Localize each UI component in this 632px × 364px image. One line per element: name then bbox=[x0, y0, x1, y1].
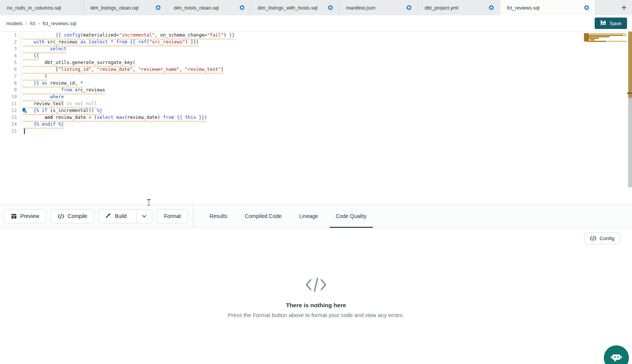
text-caret bbox=[24, 128, 25, 134]
result-panel-tabs: ResultsCompiled CodeLineageCode Quality bbox=[201, 205, 375, 228]
code-line-10[interactable]: 10 where bbox=[0, 93, 632, 100]
file-tab-no-nulls-in-columns-sql[interactable]: no_nulls_in_columns.sql bbox=[0, 0, 83, 15]
format-button[interactable]: Format bbox=[157, 209, 188, 223]
scrollbar-thumb[interactable] bbox=[628, 98, 632, 187]
editor-scrollbar[interactable] bbox=[627, 32, 632, 204]
new-tab-button[interactable]: + bbox=[616, 0, 632, 15]
code-line-1[interactable]: 1 {{ config(materialized="incremental", … bbox=[0, 32, 632, 38]
toolbar-divider bbox=[193, 205, 193, 228]
code-action-lightbulb-icon[interactable] bbox=[22, 108, 27, 114]
code-line-3[interactable]: 3 select bbox=[0, 45, 632, 52]
empty-state-subtitle: Press the Format button above to format … bbox=[0, 312, 632, 318]
line-number: 11 bbox=[0, 100, 17, 107]
line-number: 3 bbox=[0, 45, 17, 52]
file-tab-dbt-project-yml[interactable]: dbt_project.yml bbox=[418, 0, 500, 15]
build-options-chevron-down-icon[interactable] bbox=[136, 210, 152, 223]
config-button-label: Config bbox=[600, 236, 614, 241]
file-tab-bar: no_nulls_in_columns.sqldim_listings_clea… bbox=[0, 0, 632, 15]
build-button-label: Build bbox=[115, 213, 127, 219]
minimap[interactable] bbox=[584, 32, 627, 47]
code-slash-icon bbox=[304, 287, 328, 294]
code-editor[interactable]: 1 {{ config(materialized="incremental", … bbox=[0, 32, 632, 204]
file-tab-label: dim_hosts_clean.sql bbox=[174, 5, 236, 11]
code-line-11[interactable]: 11 review_text is not null bbox=[0, 100, 632, 107]
code-line-12[interactable]: 12 {% if is_incremental() %} bbox=[0, 107, 632, 114]
breadcrumb: models›fct›fct_reviews.sql bbox=[6, 20, 76, 27]
minimap-bar bbox=[624, 35, 627, 36]
file-tab-label: dim_listings_with_hosts.sql bbox=[258, 5, 324, 11]
line-number: 14 bbox=[0, 121, 17, 128]
code-icon bbox=[590, 236, 597, 241]
code-line-6[interactable]: 6 ["listing_id", "review_date", "reviewe… bbox=[0, 66, 632, 73]
tab-results[interactable]: Results bbox=[201, 205, 236, 228]
code-line-15[interactable]: 15 bbox=[0, 128, 632, 135]
editor-toolbar: PreviewCompileBuildFormat ResultsCompile… bbox=[0, 204, 632, 228]
code-line-4[interactable]: 4 {{ bbox=[0, 52, 632, 59]
modified-dot-icon bbox=[584, 5, 589, 10]
empty-state-title: There is nothing here bbox=[0, 302, 632, 309]
code-line-5[interactable]: 5 dbt_utils.generate_surrogate_key( bbox=[0, 59, 632, 66]
minimap-bar bbox=[590, 33, 626, 34]
modified-dot-icon bbox=[240, 5, 244, 10]
tab-compiled-code[interactable]: Compiled Code bbox=[236, 205, 290, 228]
line-number: 9 bbox=[0, 87, 17, 93]
build-button[interactable]: Build bbox=[99, 209, 152, 223]
tab-lineage[interactable]: Lineage bbox=[290, 205, 327, 228]
minimap-bar bbox=[587, 36, 610, 37]
file-tab-fct-reviews-sql[interactable]: fct_reviews.sql bbox=[500, 0, 595, 15]
breadcrumb-item-models[interactable]: models bbox=[6, 21, 23, 26]
code-quality-panel: Config There is nothing here Press the F… bbox=[0, 228, 632, 364]
code-line-8[interactable]: 8 }} as review_id, * bbox=[0, 80, 632, 87]
code-line-13[interactable]: 13 and review_date > (select max(review_… bbox=[0, 114, 632, 121]
tab-code-quality[interactable]: Code Quality bbox=[327, 205, 375, 228]
minimap-bar bbox=[590, 39, 595, 40]
line-number: 15 bbox=[0, 128, 17, 135]
line-number: 10 bbox=[0, 93, 17, 100]
file-tab-label: no_nulls_in_columns.sql bbox=[7, 5, 77, 11]
file-tab-dim-hosts-clean-sql[interactable]: dim_hosts_clean.sql bbox=[167, 0, 251, 15]
file-tab-manifest-json[interactable]: manifest.json bbox=[339, 0, 418, 15]
minimap-bar bbox=[608, 41, 627, 42]
mouse-text-cursor bbox=[147, 199, 151, 205]
line-number: 8 bbox=[0, 80, 17, 87]
build-main-button[interactable]: Build bbox=[99, 210, 133, 223]
breadcrumb-item-fct-reviews-sql[interactable]: fct_reviews.sql bbox=[43, 21, 77, 26]
config-button[interactable]: Config bbox=[584, 233, 620, 244]
file-tab-label: dbt_project.yml bbox=[425, 5, 485, 11]
code-line-2[interactable]: 2 with src_reviews as (select * from {{ … bbox=[0, 38, 632, 45]
line-number: 4 bbox=[0, 52, 17, 59]
save-button-label: Save bbox=[610, 21, 621, 26]
code-line-9[interactable]: 9 from src_reviews bbox=[0, 87, 632, 93]
modified-dot-icon bbox=[407, 5, 411, 10]
minimap-bar bbox=[589, 38, 599, 39]
preview-button[interactable]: Preview bbox=[4, 209, 46, 223]
format-button-label: Format bbox=[164, 213, 181, 219]
line-number: 5 bbox=[0, 59, 17, 66]
code-icon bbox=[58, 214, 64, 219]
file-tab-dim-listings-with-hosts-sql[interactable]: dim_listings_with_hosts.sql bbox=[251, 0, 339, 15]
hammer-icon bbox=[105, 213, 111, 219]
scrollbar-cursor-mark bbox=[627, 93, 632, 94]
code-line-14[interactable]: 14 {% endif %} bbox=[0, 121, 632, 128]
code-lines: 1 {{ config(materialized="incremental", … bbox=[0, 32, 632, 135]
line-number: 2 bbox=[0, 38, 17, 45]
line-number: 6 bbox=[0, 66, 17, 73]
line-number: 7 bbox=[0, 73, 17, 80]
breadcrumb-item-fct[interactable]: fct bbox=[30, 21, 35, 26]
minimap-bar bbox=[586, 35, 623, 36]
empty-state: There is nothing here Press the Format b… bbox=[0, 228, 632, 318]
code-line-7[interactable]: 7 ) bbox=[0, 73, 632, 80]
save-button[interactable]: Save bbox=[595, 18, 627, 29]
line-number: 13 bbox=[0, 114, 17, 121]
line-number: 1 bbox=[0, 32, 17, 38]
robot-icon bbox=[610, 351, 623, 364]
line-number: 12 bbox=[0, 107, 17, 114]
file-tab-label: manifest.json bbox=[346, 5, 403, 11]
file-tab-label: fct_reviews.sql bbox=[507, 5, 581, 11]
modified-dot-icon bbox=[156, 5, 160, 10]
file-tab-dim-listings-clean-sql[interactable]: dim_listings_clean.sql bbox=[83, 0, 167, 15]
breadcrumb-separator: › bbox=[38, 20, 40, 26]
breadcrumb-bar: models›fct›fct_reviews.sql Save bbox=[0, 15, 632, 32]
compile-button[interactable]: Compile bbox=[51, 209, 94, 223]
breadcrumb-separator: › bbox=[26, 20, 27, 26]
